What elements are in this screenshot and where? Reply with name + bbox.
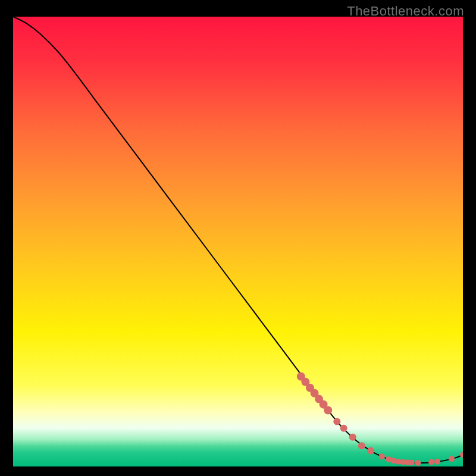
data-marker <box>449 456 455 462</box>
data-marker <box>333 418 340 425</box>
data-marker <box>349 434 356 441</box>
data-marker <box>415 460 421 466</box>
chart-svg <box>13 17 463 466</box>
data-marker <box>324 406 332 415</box>
data-marker <box>379 453 385 459</box>
data-marker <box>409 460 415 466</box>
data-marker <box>367 447 374 455</box>
data-marker <box>340 425 347 432</box>
data-marker <box>358 442 365 449</box>
data-marker <box>428 459 434 465</box>
plot-area <box>13 17 463 466</box>
data-markers <box>297 372 463 466</box>
watermark-text: TheBottleneck.com <box>347 4 464 19</box>
data-marker <box>434 459 440 465</box>
data-marker <box>460 452 463 458</box>
curve-line <box>13 17 463 463</box>
